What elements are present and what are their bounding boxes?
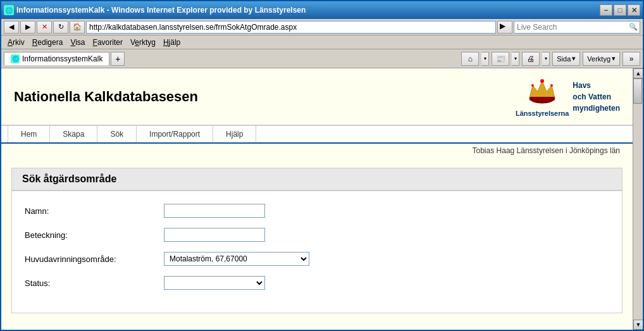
page-button[interactable]: Sida ▾ (552, 52, 580, 66)
nav-sok[interactable]: Sök (97, 126, 137, 142)
tools-button[interactable]: Verktyg ▾ (583, 52, 620, 66)
address-bar: ◀ ▶ ✕ ↻ 🏠 ▶ 🔍 (1, 19, 643, 35)
crown-svg (526, 76, 558, 108)
scroll-down-button[interactable]: ▼ (633, 320, 643, 330)
address-input-wrapper (86, 21, 496, 34)
window-icon: 🌐 (4, 5, 14, 15)
namn-label: Namn: (25, 206, 164, 216)
extra-button[interactable]: » (622, 52, 640, 66)
huvud-select[interactable]: Motalaström, 67,67000 (164, 252, 309, 266)
namn-input[interactable] (164, 204, 265, 218)
home-dropdown[interactable]: ▾ (481, 52, 489, 66)
stop-button[interactable]: ✕ (37, 21, 52, 34)
refresh-button[interactable]: ↻ (53, 21, 68, 34)
status-label: Status: (25, 278, 164, 288)
toolbar: 🌐 InformationssystemKalk + ⌂ ▾ 📰 ▾ 🖨 ▾ S… (1, 49, 643, 68)
status-row: Status: Aktiv Inaktiv (25, 276, 609, 290)
form-container: Namn: Beteckning: Huvudavrinningsområde:… (11, 190, 622, 313)
scroll-track (633, 78, 643, 320)
scroll-thumb[interactable] (633, 78, 642, 104)
feeds-button[interactable]: 📰 (492, 52, 509, 66)
svg-rect-5 (529, 97, 555, 101)
window-title: InformationssystemKalk - Windows Interne… (16, 6, 306, 15)
nav-import[interactable]: Import/Rapport (137, 126, 213, 142)
logo-area: Länsstyrelserna Havs och Vatten myndighe… (516, 76, 620, 117)
namn-row: Namn: (25, 204, 609, 218)
status-select[interactable]: Aktiv Inaktiv (164, 276, 265, 290)
beteckning-input[interactable] (164, 228, 265, 242)
section-title: Sök åtgärdsområde (22, 173, 612, 185)
nav-hjalp[interactable]: Hjälp (213, 126, 256, 142)
main-content: Nationella Kalkdatabasesen (1, 68, 633, 330)
menu-bar: Arkiv Redigera Visa Favoriter Verktyg Hj… (1, 35, 643, 49)
scroll-up-button[interactable]: ▲ (633, 68, 643, 78)
menu-favoriter[interactable]: Favoriter (89, 37, 127, 48)
content-area: Nationella Kalkdatabasesen (1, 68, 643, 330)
beteckning-label: Beteckning: (25, 230, 164, 240)
browser-tab[interactable]: 🌐 InformationssystemKalk (4, 52, 109, 65)
page-header: Nationella Kalkdatabasesen (1, 68, 633, 125)
huvud-label: Huvudavrinningsområde: (25, 254, 164, 264)
org-name: Havs och Vatten myndigheten (573, 80, 620, 114)
menu-visa[interactable]: Visa (66, 37, 89, 48)
print-button[interactable]: 🖨 (522, 52, 540, 66)
beteckning-row: Beteckning: (25, 228, 609, 242)
scrollbar: ▲ ▼ (633, 68, 643, 330)
restore-button[interactable]: □ (614, 4, 626, 16)
menu-verktyg[interactable]: Verktyg (127, 37, 159, 48)
minimize-button[interactable]: − (600, 4, 612, 16)
address-input[interactable] (89, 23, 493, 32)
menu-redigera[interactable]: Redigera (28, 37, 67, 48)
nav-skapa[interactable]: Skapa (50, 126, 97, 142)
print-dropdown[interactable]: ▾ (542, 52, 550, 66)
svg-point-3 (531, 84, 534, 87)
tab-label: InformationssystemKalk (22, 54, 102, 63)
tools-label: Verktyg (587, 55, 610, 63)
logo-name: Länsstyrelserna (516, 109, 569, 117)
title-bar: 🌐 InformationssystemKalk - Windows Inter… (1, 1, 643, 19)
forward-button[interactable]: ▶ (20, 21, 35, 34)
svg-marker-1 (529, 81, 555, 98)
search-button[interactable]: 🔍 (627, 21, 640, 34)
back-button[interactable]: ◀ (4, 21, 19, 34)
page-dropdown-icon: ▾ (572, 54, 576, 63)
svg-point-4 (550, 84, 553, 87)
section-header: Sök åtgärdsområde (11, 168, 622, 190)
home-icon-button[interactable]: ⌂ (461, 52, 479, 66)
close-button[interactable]: ✕ (628, 4, 640, 16)
feeds-dropdown[interactable]: ▾ (512, 52, 519, 66)
tools-dropdown-icon: ▾ (612, 54, 616, 63)
go-button[interactable]: ▶ (497, 21, 512, 34)
menu-arkiv[interactable]: Arkiv (4, 37, 28, 48)
menu-hjalp[interactable]: Hjälp (159, 37, 184, 48)
search-input[interactable] (514, 23, 627, 32)
tab-favicon: 🌐 (11, 54, 20, 63)
nav-menu: Hem Skapa Sök Import/Rapport Hjälp (1, 125, 633, 144)
huvud-row: Huvudavrinningsområde: Motalaström, 67,6… (25, 252, 609, 266)
page-label: Sida (557, 55, 571, 63)
new-tab-button[interactable]: + (111, 52, 125, 66)
search-box: 🔍 (514, 21, 640, 34)
page-title: Nationella Kalkdatabasesen (14, 89, 198, 105)
page-wrapper: Nationella Kalkdatabasesen (1, 68, 633, 330)
svg-point-2 (540, 79, 544, 83)
nav-hem[interactable]: Hem (8, 126, 50, 142)
user-info: Tobias Haag Länsstyrelsen i Jönköpings l… (1, 144, 633, 158)
home-button[interactable]: 🏠 (70, 21, 85, 34)
logo-img: Länsstyrelserna (516, 76, 569, 117)
